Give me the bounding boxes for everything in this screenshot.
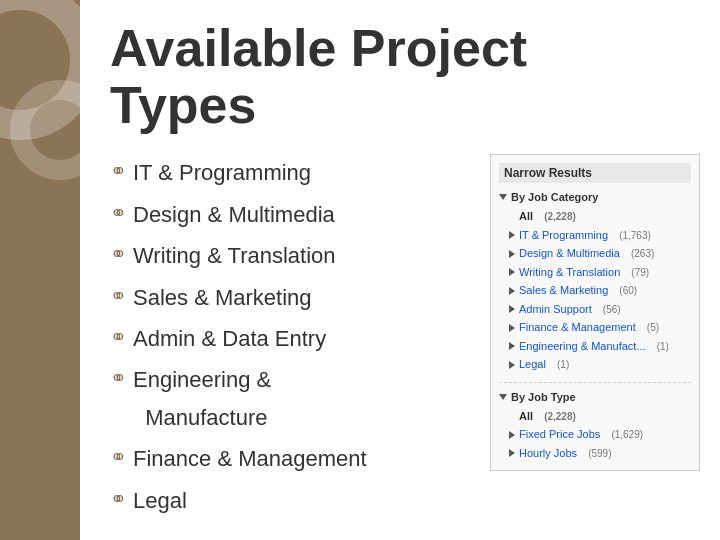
filter-count: (1) [657,339,669,354]
filter-count: (56) [603,302,621,317]
arrow-icon [509,361,515,369]
bullet-icon: ⚭ [110,154,127,188]
filter-name[interactable]: IT & Programming [519,227,608,244]
filter-item-sales[interactable]: Sales & Marketing (60) [499,281,691,300]
filter-name[interactable]: Engineering & Manufact... [519,338,646,355]
sidebar-decoration [0,0,80,540]
filter-item-hourly[interactable]: Hourly Jobs (599) [499,444,691,463]
by-job-category-label[interactable]: By Job Category [499,191,691,203]
filter-name[interactable]: Fixed Price Jobs [519,426,600,443]
list-item-text: Legal [133,482,187,519]
by-job-type-label[interactable]: By Job Type [499,391,691,403]
collapse-icon [499,394,507,400]
list-item-text: Writing & Translation [133,237,336,274]
filter-item-it[interactable]: IT & Programming (1,763) [499,226,691,245]
filter-count: (1) [557,357,569,372]
list-item-text: Engineering & Manufacture [133,361,271,436]
list-item-text: Sales & Marketing [133,279,312,316]
list-item: ⚭ Legal [110,482,470,519]
section-divider [499,382,691,383]
filter-name[interactable]: Design & Multimedia [519,245,620,262]
list-item-text: Design & Multimedia [133,196,335,233]
arrow-icon [509,431,515,439]
filter-name: All [519,208,533,225]
title-line2: Types [110,76,256,134]
filter-name[interactable]: Hourly Jobs [519,445,577,462]
panel-title: Narrow Results [499,163,691,183]
bullet-list: ⚭ IT & Programming ⚭ Design & Multimedia… [110,154,470,523]
narrow-results-panel: Narrow Results By Job Category All (2,22… [490,154,700,471]
collapse-icon [499,194,507,200]
arrow-icon [509,324,515,332]
page-title: Available Project Types [110,20,700,134]
filter-name[interactable]: Sales & Marketing [519,282,608,299]
arrow-icon [509,231,515,239]
arrow-icon [509,268,515,276]
filter-count: (79) [631,265,649,280]
list-item: ⚭ IT & Programming [110,154,470,191]
list-item: ⚭ Design & Multimedia [110,196,470,233]
filter-count: (1,629) [611,427,643,442]
filter-item-design[interactable]: Design & Multimedia (263) [499,244,691,263]
filter-item-finance[interactable]: Finance & Management (5) [499,318,691,337]
main-content: Available Project Types ⚭ IT & Programmi… [80,0,720,540]
filter-count: (2,228) [544,209,576,224]
filter-count: (5) [647,320,659,335]
filter-name: All [519,408,533,425]
filter-count: (1,763) [619,228,651,243]
filter-all-types[interactable]: All (2,228) [499,407,691,426]
title-line1: Available Project [110,19,527,77]
list-item: ⚭ Admin & Data Entry [110,320,470,357]
filter-name[interactable]: Admin Support [519,301,592,318]
bullet-icon: ⚭ [110,279,127,313]
filter-count: (60) [619,283,637,298]
list-item-text: Admin & Data Entry [133,320,326,357]
arrow-icon [509,287,515,295]
bullet-icon: ⚭ [110,361,127,395]
bullet-icon: ⚭ [110,482,127,516]
filter-item-engineering[interactable]: Engineering & Manufact... (1) [499,337,691,356]
arrow-icon [509,250,515,258]
bullet-icon: ⚭ [110,440,127,474]
filter-name[interactable]: Finance & Management [519,319,636,336]
list-item: ⚭ Finance & Management [110,440,470,477]
filter-item-admin[interactable]: Admin Support (56) [499,300,691,319]
arrow-icon [509,342,515,350]
list-item: ⚭ Sales & Marketing [110,279,470,316]
list-item-text: IT & Programming [133,154,311,191]
filter-name[interactable]: Writing & Translation [519,264,620,281]
filter-count: (2,228) [544,409,576,424]
content-area: ⚭ IT & Programming ⚭ Design & Multimedia… [110,154,700,523]
arrow-icon [509,305,515,313]
list-item: ⚭ Engineering & Manufacture [110,361,470,436]
filter-name[interactable]: Legal [519,356,546,373]
bullet-icon: ⚭ [110,196,127,230]
filter-item-legal[interactable]: Legal (1) [499,355,691,374]
arrow-icon [509,449,515,457]
filter-count: (263) [631,246,654,261]
filter-item-writing[interactable]: Writing & Translation (79) [499,263,691,282]
filter-count: (599) [588,446,611,461]
list-item-text: Finance & Management [133,440,367,477]
bullet-icon: ⚭ [110,237,127,271]
bullet-icon: ⚭ [110,320,127,354]
filter-all-categories[interactable]: All (2,228) [499,207,691,226]
list-item: ⚭ Writing & Translation [110,237,470,274]
filter-item-fixed-price[interactable]: Fixed Price Jobs (1,629) [499,425,691,444]
